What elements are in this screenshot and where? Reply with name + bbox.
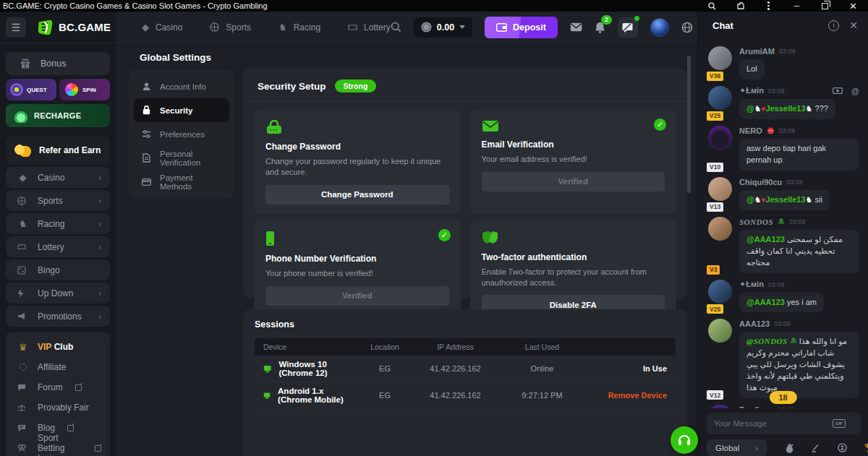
table-row: Android 1.x (Chrome Mobile) EG 41.42.226… — [255, 382, 676, 409]
brand-logo[interactable]: BC.GAME — [36, 19, 111, 36]
search-icon[interactable] — [391, 22, 401, 33]
remove-device-button[interactable]: Remove Device — [584, 391, 667, 400]
verified-check-icon: ✓ — [654, 119, 666, 131]
avatar[interactable] — [708, 319, 732, 343]
tip-icon[interactable] — [833, 87, 843, 94]
emoji-icon[interactable] — [853, 418, 854, 429]
nav-sports[interactable]: Sports — [210, 22, 251, 33]
lottery-icon — [348, 24, 357, 31]
sidebar-bonus-button[interactable]: Bonus — [6, 52, 110, 75]
avatar[interactable] — [708, 46, 732, 70]
chat-message: V12 AAA123 03:09 @SONDOS مو انا والله هذ… — [708, 319, 859, 398]
balance-selector[interactable]: 0.00 — [414, 17, 472, 38]
sidebar-item-updown[interactable]: Up Down › — [6, 283, 110, 304]
chat-messages[interactable]: V36 ArumiAM 03:09 Lol V25 ✦Łмin 03:09 @ — [698, 40, 868, 408]
trophy-icon[interactable] — [864, 443, 868, 453]
balance-amount: 0.00 — [437, 22, 454, 33]
browser-menu-icon[interactable] — [764, 1, 773, 11]
chat-header: Chat i ✕ — [698, 12, 868, 39]
rain-icon[interactable] — [786, 443, 793, 453]
support-button[interactable] — [671, 426, 698, 454]
tab-security[interactable]: Security — [134, 98, 229, 122]
verified-check-icon: ✓ — [438, 229, 451, 241]
sidebar-item-lottery[interactable]: Lottery › — [6, 236, 110, 257]
change-password-button[interactable]: Change Password — [265, 185, 449, 205]
sidebar-item-casino[interactable]: ◆ Casino › — [6, 167, 110, 188]
card-title: Phone Number Verification — [265, 254, 449, 264]
nav-casino[interactable]: ◆ Casino — [142, 22, 182, 33]
user-avatar[interactable] — [650, 18, 669, 37]
chat-username[interactable]: SONDOS — [739, 218, 773, 226]
sidebar-item-provably-fair[interactable]: Provably Fair — [6, 397, 110, 418]
pencil-icon[interactable] — [811, 444, 820, 452]
channel-selector[interactable]: Global › — [707, 439, 767, 456]
message-input[interactable] — [714, 419, 825, 428]
chat-bubble: Lol — [739, 59, 765, 79]
nav-lottery[interactable]: Lottery — [348, 22, 391, 33]
sidebar-recharge-button[interactable]: RECHARGE — [6, 104, 110, 127]
info-icon[interactable]: i — [828, 20, 839, 31]
tab-preferences[interactable]: Preferences — [134, 122, 229, 146]
nav-racing[interactable]: ♞ Racing — [278, 22, 320, 33]
avatar[interactable] — [708, 217, 732, 241]
lottery-icon — [17, 244, 28, 250]
notifications-bell-icon[interactable]: 2 — [595, 22, 605, 33]
avatar[interactable] — [708, 177, 732, 201]
sidebar-spin-button[interactable]: SPIN — [59, 79, 110, 100]
sidebar-refer-and-earn[interactable]: Refer and Earn — [6, 136, 110, 165]
unicorn-icon: ♞ — [754, 104, 762, 113]
sidebar-item-vip-club[interactable]: ♛ VIP Club — [6, 337, 110, 357]
gif-icon[interactable]: GIF — [833, 419, 846, 428]
mention-icon[interactable]: @ — [851, 87, 859, 95]
card-description: Your email address is verified! — [482, 154, 665, 165]
tab-personal-verification[interactable]: Personal Verification — [134, 146, 229, 170]
chat-username[interactable]: ArumiAM — [739, 47, 775, 56]
chat-toggle-button[interactable] — [618, 17, 638, 38]
language-globe-icon[interactable] — [681, 22, 693, 33]
coin-icon — [421, 22, 432, 33]
sidebar-item-sports[interactable]: Sports › — [6, 190, 110, 211]
sliders-icon — [141, 130, 152, 138]
close-button[interactable]: ✕ — [848, 1, 858, 11]
email-verified-button[interactable]: Verified — [482, 172, 665, 192]
deposit-button[interactable]: Deposit — [485, 17, 558, 38]
phone-icon — [265, 231, 275, 246]
message-field[interactable]: GIF — [707, 413, 861, 434]
messages-icon[interactable] — [570, 22, 582, 32]
device-monitor-icon — [263, 364, 271, 374]
zoom-search-icon[interactable] — [707, 1, 717, 11]
sidebar-item-bingo[interactable]: Bingo — [6, 259, 110, 280]
chat-username[interactable]: ✦Łмin — [739, 280, 764, 289]
gift-icon — [20, 59, 30, 69]
maximize-button[interactable] — [820, 1, 830, 11]
scrollbar-thumb[interactable] — [687, 56, 691, 193]
sidebar-item-sport-betting-insights[interactable]: Sport Betting Insig... — [6, 438, 110, 456]
extensions-icon[interactable] — [736, 1, 745, 11]
chat-username[interactable]: Chiqui90cu — [739, 178, 782, 186]
phone-verified-button[interactable]: Verified — [265, 286, 449, 306]
chevron-right-icon: › — [98, 242, 101, 252]
card-title: Two-factor authentication — [482, 252, 665, 262]
tab-payment-methods[interactable]: Payment Methods — [134, 170, 229, 194]
sidebar-quest-button[interactable]: QUEST — [6, 79, 56, 100]
minimize-button[interactable]: ─ — [792, 1, 801, 11]
tab-account-info[interactable]: Account Info — [134, 74, 229, 98]
chat-username[interactable]: ✦Łмin — [739, 86, 764, 95]
coin-flip-icon[interactable] — [838, 443, 847, 452]
chat-username[interactable]: NERO — [739, 126, 762, 135]
avatar[interactable] — [708, 126, 732, 150]
unread-count-badge[interactable]: 18 — [769, 391, 796, 404]
avatar[interactable] — [708, 280, 732, 304]
chat-username[interactable]: AAA123 — [739, 319, 770, 328]
sidebar-item-racing[interactable]: ♞ Racing › — [6, 213, 110, 234]
sidebar-item-affiliate[interactable]: Affiliate — [6, 357, 110, 377]
recharge-icon — [14, 108, 27, 123]
sidebar-item-promotions[interactable]: Promotions › — [6, 306, 110, 327]
close-chat-icon[interactable]: ✕ — [849, 20, 858, 31]
hamburger-menu-icon[interactable]: ☰ — [6, 17, 26, 38]
sidebar-item-forum[interactable]: Forum — [6, 377, 110, 397]
unicorn-icon: ♞ — [806, 104, 813, 113]
avatar[interactable] — [708, 86, 732, 110]
level-badge: V25 — [706, 111, 724, 121]
quest-target-icon — [10, 83, 23, 96]
